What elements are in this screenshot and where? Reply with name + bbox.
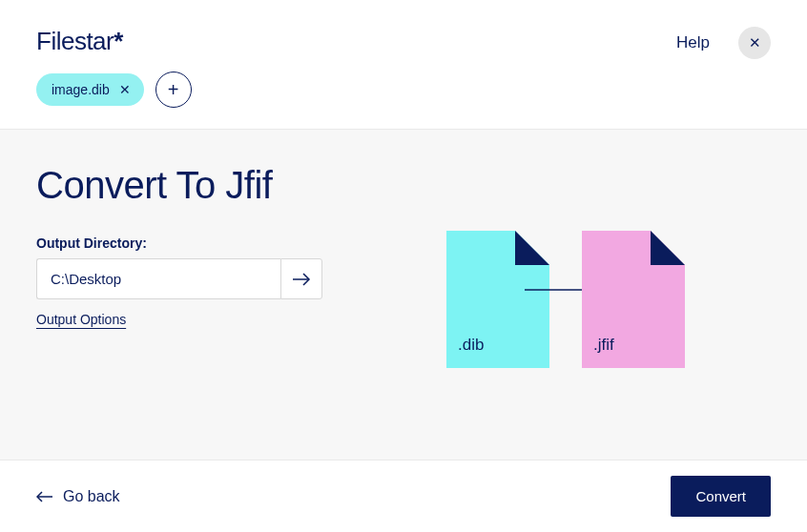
logo-text: Filestar [36, 27, 114, 55]
output-dir-input[interactable] [36, 258, 280, 299]
file-chip-label: image.dib [52, 82, 110, 97]
file-fold-icon [515, 231, 549, 265]
header: Filestar* image.dib ✕ + Help ✕ [0, 0, 807, 129]
help-link[interactable]: Help [676, 33, 710, 52]
logo-star: * [114, 27, 123, 55]
footer: Go back Convert [0, 460, 807, 532]
page-title: Convert To Jfif [36, 164, 322, 207]
output-options-link[interactable]: Output Options [36, 312, 126, 327]
conversion-illustration: .dib .jfif [361, 164, 771, 425]
arrow-left-icon [36, 491, 53, 502]
file-fold-icon [651, 231, 685, 265]
convert-button[interactable]: Convert [671, 476, 771, 517]
file-chip[interactable]: image.dib ✕ [36, 73, 144, 106]
target-ext-label: .jfif [593, 336, 614, 355]
output-dir-label: Output Directory: [36, 235, 322, 251]
close-icon: ✕ [749, 34, 761, 51]
close-icon[interactable]: ✕ [119, 83, 131, 96]
source-ext-label: .dib [458, 336, 484, 355]
target-file-icon: .jfif [582, 231, 685, 368]
file-row: image.dib ✕ + [36, 72, 192, 129]
go-back-label: Go back [63, 488, 120, 505]
add-file-button[interactable]: + [155, 72, 192, 108]
output-dir-group [36, 258, 322, 299]
close-app-button[interactable]: ✕ [738, 27, 771, 59]
arrow-right-icon [292, 273, 311, 286]
plus-icon: + [168, 80, 179, 99]
conversion-graphic: .dib .jfif [446, 231, 685, 368]
browse-dir-button[interactable] [280, 258, 322, 299]
main-content: Convert To Jfif Output Directory: Output… [0, 129, 807, 460]
header-left: Filestar* image.dib ✕ + [36, 27, 192, 129]
app-logo: Filestar* [36, 27, 192, 56]
go-back-button[interactable]: Go back [36, 488, 120, 505]
main-left: Convert To Jfif Output Directory: Output… [36, 164, 322, 425]
header-right: Help ✕ [676, 27, 771, 59]
